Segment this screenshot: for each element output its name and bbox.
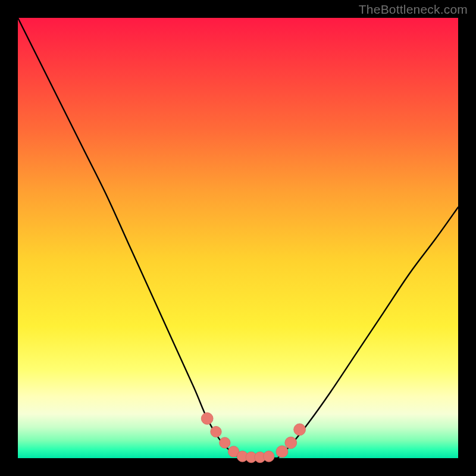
data-marker <box>220 437 230 448</box>
data-marker <box>285 437 297 449</box>
data-marker <box>294 424 306 436</box>
outer-frame: TheBottleneck.com <box>0 0 476 476</box>
curve-svg <box>0 0 476 476</box>
bottleneck-curve <box>18 18 458 459</box>
data-marker <box>211 426 221 437</box>
data-marker <box>276 446 288 458</box>
data-marker <box>264 451 274 462</box>
watermark-text: TheBottleneck.com <box>359 2 468 17</box>
data-marker <box>201 412 213 424</box>
